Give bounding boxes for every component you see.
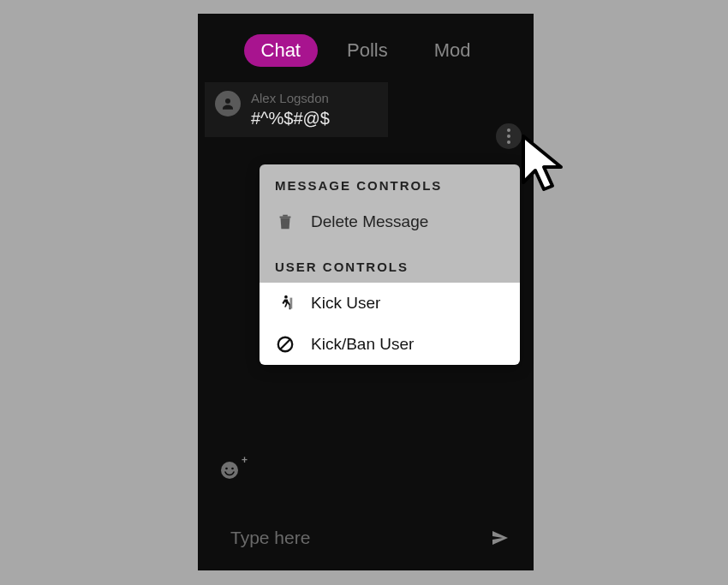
smiley-icon <box>219 460 240 481</box>
svg-rect-7 <box>290 298 293 309</box>
message-row: Alex Logsdon #^%$#@$ <box>205 82 388 137</box>
menu-item-label: Delete Message <box>311 212 428 231</box>
ban-icon <box>275 334 295 355</box>
kebab-dot-icon <box>507 134 510 138</box>
message-input[interactable] <box>218 517 487 558</box>
menu-header-user-controls: USER CONTROLS <box>260 242 520 283</box>
menu-item-kick-user[interactable]: Kick User <box>260 283 520 324</box>
running-person-icon <box>275 293 295 313</box>
tab-polls[interactable]: Polls <box>330 34 405 67</box>
menu-item-delete-message[interactable]: Delete Message <box>260 201 520 242</box>
svg-rect-5 <box>283 215 288 217</box>
menu-item-kick-ban-user[interactable]: Kick/Ban User <box>260 324 520 365</box>
message-content: Alex Logsdon #^%$#@$ <box>251 91 330 128</box>
message-username: Alex Logsdon <box>251 91 330 105</box>
emoji-picker-button[interactable]: + <box>215 456 244 485</box>
tabs-row: Chat Polls Mod <box>198 14 534 82</box>
svg-point-6 <box>284 295 288 299</box>
send-button[interactable] <box>487 525 513 551</box>
svg-point-1 <box>221 462 238 479</box>
menu-header-message-controls: MESSAGE CONTROLS <box>260 164 520 201</box>
person-icon <box>220 96 236 111</box>
message-text: #^%$#@$ <box>251 109 330 128</box>
menu-item-label: Kick User <box>311 294 380 313</box>
svg-point-3 <box>231 468 234 470</box>
menu-item-label: Kick/Ban User <box>311 335 414 354</box>
avatar <box>215 91 241 116</box>
input-row <box>198 517 534 558</box>
trash-icon <box>275 212 295 232</box>
svg-rect-4 <box>280 217 291 218</box>
tab-mod[interactable]: Mod <box>417 34 488 67</box>
svg-point-0 <box>225 98 230 104</box>
tab-chat[interactable]: Chat <box>244 34 318 67</box>
plus-icon: + <box>242 454 248 466</box>
kebab-dot-icon <box>507 128 510 132</box>
kebab-dot-icon <box>507 140 510 144</box>
svg-line-9 <box>281 340 290 349</box>
svg-point-2 <box>225 468 228 470</box>
message-options-button[interactable] <box>496 123 522 149</box>
message-context-menu: MESSAGE CONTROLS Delete Message USER CON… <box>260 164 520 365</box>
send-icon <box>490 528 510 548</box>
